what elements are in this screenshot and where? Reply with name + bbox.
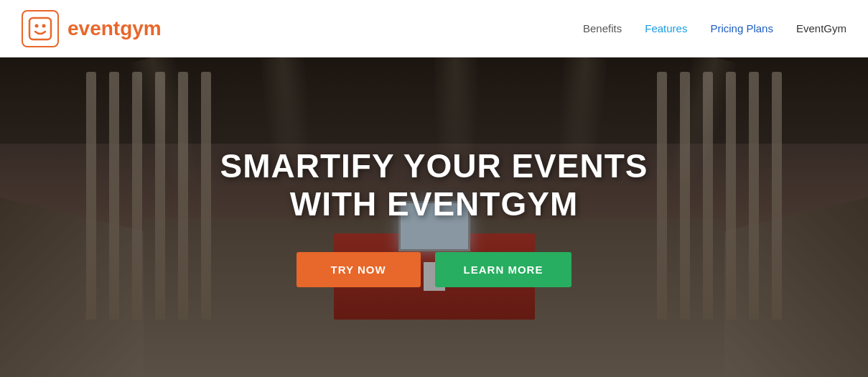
nav-link-benefits[interactable]: Benefits <box>583 22 622 34</box>
hero-section: SMARTIFY YOUR EVENTS WITH EVENTGYM TRY N… <box>0 57 868 377</box>
nav-item-benefits[interactable]: Benefits <box>583 22 622 35</box>
nav-item-eventgym[interactable]: EventGym <box>796 22 846 35</box>
logo-area: eventgym <box>22 10 162 47</box>
nav-link-features[interactable]: Features <box>645 22 687 34</box>
hero-content: SMARTIFY YOUR EVENTS WITH EVENTGYM TRY N… <box>169 133 700 302</box>
hero-buttons: TRY NOW LEARN MORE <box>183 252 686 287</box>
learn-more-button[interactable]: LEARN MORE <box>435 252 572 287</box>
navbar: eventgym Benefits Features Pricing Plans… <box>0 0 868 57</box>
hero-title: SMARTIFY YOUR EVENTS WITH EVENTGYM <box>183 147 686 223</box>
nav-item-features[interactable]: Features <box>645 22 687 35</box>
try-now-button[interactable]: TRY NOW <box>297 252 421 287</box>
svg-point-1 <box>35 24 39 27</box>
svg-point-2 <box>42 24 46 27</box>
nav-link-pricing[interactable]: Pricing Plans <box>710 22 773 34</box>
nav-link-eventgym[interactable]: EventGym <box>796 22 846 34</box>
nav-links: Benefits Features Pricing Plans EventGym <box>583 22 846 35</box>
nav-item-pricing[interactable]: Pricing Plans <box>710 22 773 35</box>
svg-rect-0 <box>29 18 51 39</box>
brand-name: eventgym <box>67 17 162 40</box>
logo-icon <box>22 10 59 47</box>
